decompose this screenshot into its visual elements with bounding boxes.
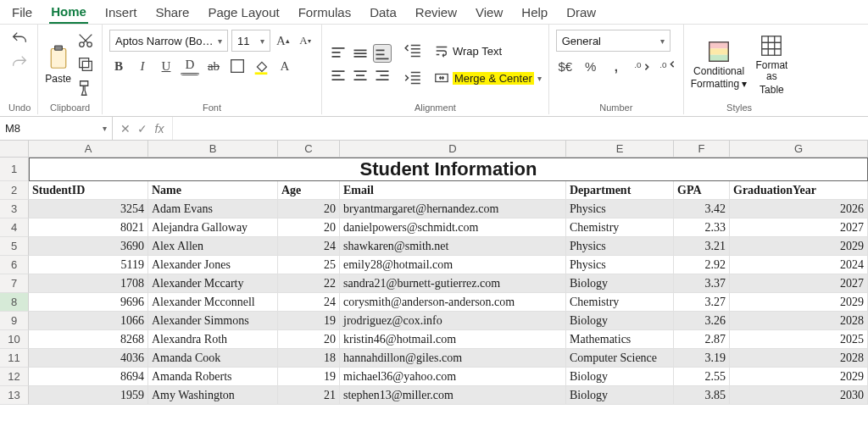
cell-age[interactable]: 19	[278, 312, 340, 330]
cell-studentid[interactable]: 1959	[29, 386, 148, 405]
menu-data[interactable]: Data	[368, 3, 398, 23]
cell-gpa[interactable]: 3.85	[674, 386, 730, 405]
cell-department[interactable]: Mathematics	[566, 330, 674, 349]
menu-page-layout[interactable]: Page Layout	[206, 3, 281, 23]
number-format-select[interactable]: General▾	[556, 30, 670, 52]
cell-name[interactable]: Amy Washington	[148, 386, 278, 405]
cut-button[interactable]	[76, 31, 95, 50]
cell-graduationyear[interactable]: 2029	[730, 368, 868, 386]
select-all-corner[interactable]	[0, 141, 29, 157]
cell-graduationyear[interactable]: 2024	[730, 256, 868, 274]
cell-email[interactable]: danielpowers@schmidt.com	[340, 218, 566, 237]
cell-department[interactable]: Biology	[566, 368, 674, 386]
col-header-d[interactable]: D	[340, 141, 566, 157]
cell-age[interactable]: 24	[278, 293, 340, 312]
cell-gpa[interactable]: 3.37	[674, 274, 730, 293]
row-header[interactable]: 12	[0, 368, 29, 386]
cell-studentid[interactable]: 8268	[29, 330, 148, 349]
col-header-e[interactable]: E	[566, 141, 674, 157]
wrap-text-button[interactable]: Wrap Text	[434, 41, 502, 60]
underline-button[interactable]: U	[157, 57, 175, 75]
menu-home[interactable]: Home	[49, 3, 88, 24]
header-graduationyear[interactable]: GraduationYear	[730, 181, 868, 200]
header-name[interactable]: Name	[148, 181, 278, 200]
cell-studentid[interactable]: 3690	[29, 237, 148, 256]
row-header[interactable]: 7	[0, 274, 29, 293]
bold-button[interactable]: B	[109, 57, 128, 75]
cell-graduationyear[interactable]: 2028	[730, 312, 868, 330]
row-header[interactable]: 5	[0, 237, 29, 256]
cell-gpa[interactable]: 2.33	[674, 218, 730, 237]
cell-age[interactable]: 20	[278, 330, 340, 349]
cell-studentid[interactable]: 9696	[29, 293, 148, 312]
cell-graduationyear[interactable]: 2027	[730, 274, 868, 293]
cell-name[interactable]: Adam Evans	[148, 200, 278, 218]
undo-button[interactable]	[10, 30, 29, 48]
increase-decimal-button[interactable]: .0	[632, 57, 651, 75]
cell-studentid[interactable]: 8021	[29, 218, 148, 237]
cell-email[interactable]: stephen13@miller.com	[340, 386, 566, 405]
cell-graduationyear[interactable]: 2025	[730, 330, 868, 349]
cell-department[interactable]: Physics	[566, 200, 674, 218]
decrease-indent-button[interactable]	[403, 41, 422, 60]
cell-department[interactable]: Biology	[566, 312, 674, 330]
font-color-button[interactable]: A	[275, 57, 294, 75]
cell-email[interactable]: sandra21@burnett-gutierrez.com	[340, 274, 566, 293]
cell-gpa[interactable]: 2.55	[674, 368, 730, 386]
cell-graduationyear[interactable]: 2026	[730, 200, 868, 218]
cell-name[interactable]: Alexandra Roth	[148, 330, 278, 349]
header-age[interactable]: Age	[278, 181, 340, 200]
header-department[interactable]: Department	[566, 181, 674, 200]
align-middle-button[interactable]	[351, 44, 370, 63]
row-header[interactable]: 10	[0, 330, 29, 349]
cell-department[interactable]: Biology	[566, 386, 674, 405]
cell-gpa[interactable]: 3.27	[674, 293, 730, 312]
cell-email[interactable]: jrodriguez@cox.info	[340, 312, 566, 330]
cell-name[interactable]: Alejandra Galloway	[148, 218, 278, 237]
cell-department[interactable]: Biology	[566, 274, 674, 293]
align-right-button[interactable]	[373, 66, 392, 85]
cell-gpa[interactable]: 3.21	[674, 237, 730, 256]
comma-format-button[interactable]: ,	[607, 57, 626, 75]
italic-button[interactable]: I	[133, 57, 152, 75]
row-header[interactable]: 13	[0, 386, 29, 405]
cell-gpa[interactable]: 3.26	[674, 312, 730, 330]
row-header[interactable]: 8	[0, 293, 29, 312]
cell-age[interactable]: 24	[278, 237, 340, 256]
fx-icon[interactable]: fx	[152, 122, 167, 136]
align-left-button[interactable]	[329, 66, 348, 85]
row-header[interactable]: 1	[0, 158, 29, 181]
cell-gpa[interactable]: 3.42	[674, 200, 730, 218]
format-as-table-button[interactable]: Format as Table	[755, 33, 787, 96]
cell-graduationyear[interactable]: 2029	[730, 237, 868, 256]
cell-age[interactable]: 18	[278, 349, 340, 368]
increase-indent-button[interactable]	[403, 69, 422, 87]
borders-button[interactable]	[228, 57, 247, 75]
cell-name[interactable]: Amanda Roberts	[148, 368, 278, 386]
col-header-g[interactable]: G	[730, 141, 868, 157]
cell-email[interactable]: hannahdillon@giles.com	[340, 349, 566, 368]
cell-age[interactable]: 22	[278, 274, 340, 293]
menu-view[interactable]: View	[474, 3, 504, 23]
row-header[interactable]: 11	[0, 349, 29, 368]
cell-graduationyear[interactable]: 2028	[730, 349, 868, 368]
fill-color-button[interactable]	[252, 57, 270, 75]
percent-format-button[interactable]: %	[581, 57, 600, 75]
format-painter-button[interactable]	[76, 79, 95, 97]
font-name-select[interactable]: Aptos Narrow (Bo…▾	[109, 30, 228, 52]
cell-age[interactable]: 20	[278, 218, 340, 237]
cell-gpa[interactable]: 3.19	[674, 349, 730, 368]
cell-name[interactable]: Alex Allen	[148, 237, 278, 256]
menu-share[interactable]: Share	[153, 3, 191, 23]
cell-studentid[interactable]: 4036	[29, 349, 148, 368]
copy-button[interactable]	[76, 55, 95, 74]
increase-font-button[interactable]: A▴	[274, 31, 292, 50]
cell-studentid[interactable]: 5119	[29, 256, 148, 274]
cell-name[interactable]: Alexander Simmons	[148, 312, 278, 330]
title-cell[interactable]: Student Information	[29, 158, 868, 181]
cell-email[interactable]: emily28@hotmail.com	[340, 256, 566, 274]
double-underline-button[interactable]: D	[181, 57, 199, 75]
col-header-a[interactable]: A	[29, 141, 148, 157]
menu-formulas[interactable]: Formulas	[297, 3, 353, 23]
cell-gpa[interactable]: 2.92	[674, 256, 730, 274]
